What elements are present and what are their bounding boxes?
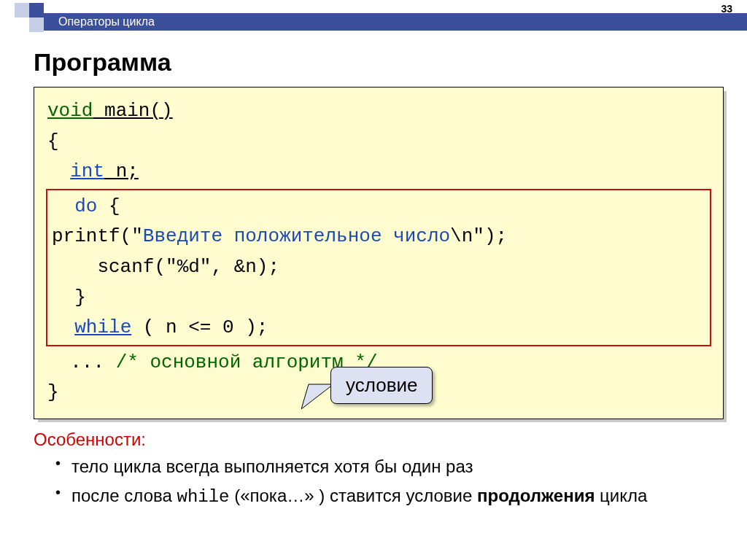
list-item: после слова while («пока…» ) ставится ус…	[55, 483, 724, 510]
deco-square	[15, 3, 29, 18]
code-line: }	[52, 283, 705, 314]
code-text: main()	[93, 100, 172, 122]
page-title: Программа	[34, 48, 724, 77]
features-heading: Особенности:	[34, 429, 724, 450]
slide-content: Программа void main() { int n; do { prin…	[0, 38, 747, 509]
code-block: void main() { int n; do { printf("Введит…	[34, 87, 724, 419]
code-line: void main()	[47, 96, 710, 127]
code-line: printf("Введите положительное число\n");	[52, 222, 705, 252]
code-text: n;	[104, 160, 139, 182]
code-line: scanf("%d", &n);	[52, 252, 705, 283]
code-line: int n;	[47, 157, 710, 187]
keyword-void: void	[47, 100, 93, 122]
code-block-wrap: void main() { int n; do { printf("Введит…	[34, 87, 724, 419]
keyword-int: int	[70, 160, 104, 182]
deco-square	[29, 18, 44, 32]
slide-page: Операторы цикла 33 Программа void main()…	[0, 0, 747, 560]
string-literal: Введите положительное число	[143, 225, 450, 247]
text-bold: продолжения	[477, 486, 595, 505]
inline-code: while	[177, 487, 229, 507]
callout-condition: условие	[330, 367, 433, 405]
code-line: {	[47, 127, 710, 158]
highlight-box: do { printf("Введите положительное число…	[46, 189, 711, 346]
slide-header: Операторы цикла 33	[0, 0, 747, 38]
list-item: тело цикла всегда выполняется хотя бы од…	[55, 454, 724, 479]
code-line: while ( n <= 0 );	[52, 313, 705, 343]
code-text: ...	[47, 351, 116, 373]
deco-square	[29, 3, 44, 18]
keyword-do: do	[74, 195, 97, 217]
code-line: do {	[52, 192, 705, 222]
breadcrumb: Операторы цикла	[58, 15, 155, 28]
keyword-while: while	[74, 316, 131, 338]
code-text: ( n <= 0 );	[131, 316, 268, 338]
code-text: \n");	[450, 225, 507, 247]
text: после слова	[71, 486, 177, 505]
features-list: тело цикла всегда выполняется хотя бы од…	[34, 454, 724, 509]
code-text: {	[97, 195, 120, 217]
text: («пока…» ) ставится условие	[230, 486, 478, 505]
page-number: 33	[721, 3, 732, 15]
text: цикла	[595, 486, 647, 505]
header-bar: Операторы цикла	[44, 13, 747, 31]
code-text: printf("	[52, 225, 143, 247]
